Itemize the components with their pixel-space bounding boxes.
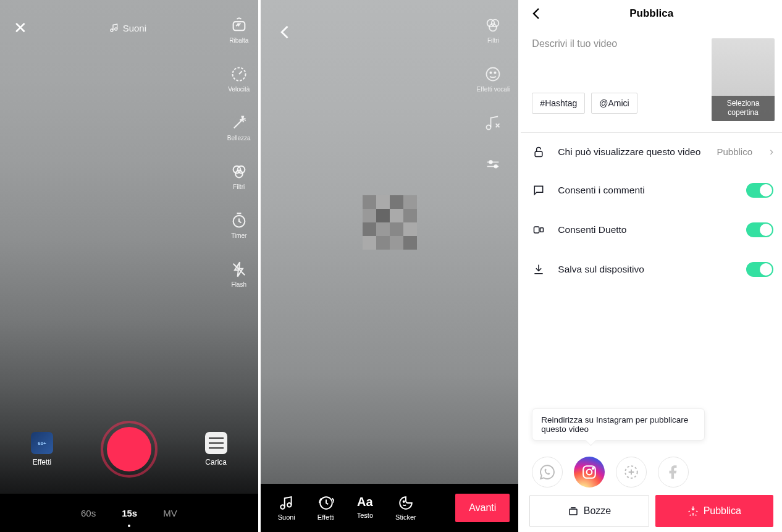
next-button[interactable]: Avanti [455,494,510,522]
svg-point-0 [111,29,113,32]
edit-filters-button[interactable]: Filtri [484,16,502,44]
flash-off-icon [230,260,248,279]
svg-point-1 [114,28,117,30]
timer-button[interactable]: Timer [230,211,248,239]
sticker-icon [398,495,414,511]
duet-icon [532,224,545,236]
story-icon [623,464,639,480]
upload-thumbnail [205,432,227,454]
filters-icon [230,163,248,181]
save-row: Salva sul dispositivo [521,250,782,289]
mode-mv[interactable]: MV [163,508,177,518]
record-bottom-row: 60+ Effetti Carica [0,421,258,478]
privacy-row[interactable]: Chi può visualizzare questo video Pubbli… [521,133,782,171]
hashtag-button[interactable]: #Hashtag [532,93,585,114]
back-button[interactable] [529,6,544,21]
publish-icon [687,505,699,517]
sliders-icon [484,156,502,174]
description-input[interactable]: Descrivi il tuo video [532,38,705,49]
lock-icon [532,146,545,158]
share-story-button[interactable] [616,457,647,488]
voice-effects-button[interactable]: Effetti vocali [477,65,510,93]
mode-60s[interactable]: 60s [81,508,96,518]
timer-icon [230,211,248,230]
facebook-icon [665,464,681,480]
duet-row: Consenti Duetto [521,210,782,250]
music-note-icon [279,495,295,511]
share-targets-row [532,457,689,488]
wand-icon [230,114,248,132]
beauty-button[interactable]: Bellezza [227,114,251,141]
share-facebook-button[interactable] [658,457,689,488]
toolbar-sounds-button[interactable]: Suoni [278,495,295,521]
svg-point-13 [495,72,496,74]
record-side-toolbar: Ribalta Velocità Bellezza Filtri Timer F… [227,16,251,288]
publish-buttons-row: Bozze Pubblica [529,495,773,527]
effects-button[interactable]: 60+ Effetti [31,432,53,467]
sounds-button[interactable]: Suoni [109,23,146,33]
svg-point-18 [287,503,292,507]
record-top-bar: ✕ Suoni [0,0,258,56]
whatsapp-icon [539,464,555,480]
effects-thumbnail: 60+ [31,432,53,454]
share-whatsapp-button[interactable] [532,457,563,488]
text-icon: Aa [357,495,373,509]
svg-point-20 [403,501,405,502]
publish-button[interactable]: Pubblica [655,495,773,527]
back-button[interactable] [277,23,294,41]
svg-point-16 [495,165,498,168]
effects-clock-icon [318,495,334,511]
svg-rect-23 [540,228,544,232]
toolbar-sticker-button[interactable]: Sticker [395,495,416,521]
svg-point-6 [235,171,243,178]
download-icon [532,263,545,276]
record-button-inner [107,427,151,471]
sounds-label: Suoni [123,23,146,33]
flash-button[interactable]: Flash [230,260,248,288]
comments-toggle[interactable] [746,183,773,198]
svg-rect-21 [536,151,543,156]
preview-pixelated-region [363,195,417,250]
share-instagram-button[interactable] [574,457,605,488]
toolbar-effects-button[interactable]: Effetti [317,495,335,521]
flip-icon [230,16,248,35]
svg-point-9 [492,20,499,27]
duet-toggle[interactable] [746,222,773,237]
chevron-right-icon: › [770,145,773,158]
upload-button[interactable]: Carica [205,432,227,467]
svg-point-25 [587,470,592,475]
save-toggle[interactable] [746,262,773,277]
record-screen: ✕ Suoni Ribalta Velocità Bellezza Filtri [0,0,258,532]
mode-15s[interactable]: 15s [122,508,137,518]
edit-screen: Filtri Effetti vocali Suoni Effetti [261,0,519,532]
publish-screen: Pubblica Descrivi il tuo video #Hashtag … [521,0,782,532]
flip-camera-button[interactable]: Ribalta [229,16,248,44]
trim-sound-button[interactable] [484,114,502,135]
svg-point-15 [490,161,493,164]
close-button[interactable]: ✕ [14,19,27,38]
speed-button[interactable]: Velocità [228,65,250,93]
publish-header: Pubblica [521,0,782,27]
svg-point-5 [237,166,245,174]
music-note-icon [109,23,119,33]
svg-point-26 [592,468,594,469]
edit-side-toolbar: Filtri Effetti vocali [477,16,510,177]
record-button[interactable] [101,421,158,478]
instagram-icon [581,464,597,480]
svg-rect-22 [534,227,539,233]
comments-row: Consenti i commenti [521,171,782,210]
filters-button[interactable]: Filtri [230,163,248,190]
record-mode-selector: 60s 15s MV [0,494,258,532]
svg-rect-28 [570,509,577,515]
volume-button[interactable] [484,156,502,177]
voice-icon [484,65,502,83]
draft-button[interactable]: Bozze [529,495,649,527]
edit-bottom-toolbar: Suoni Effetti Aa Testo Sticker Avanti [261,484,519,532]
friends-button[interactable]: @Amici [591,93,637,114]
svg-point-10 [490,24,497,32]
filters-icon [484,16,502,35]
description-area: Descrivi il tuo video #Hashtag @Amici Se… [521,27,782,132]
cover-selector[interactable]: Seleziona copertina [712,38,775,121]
toolbar-text-button[interactable]: Aa Testo [357,495,373,521]
comment-icon [532,184,545,196]
